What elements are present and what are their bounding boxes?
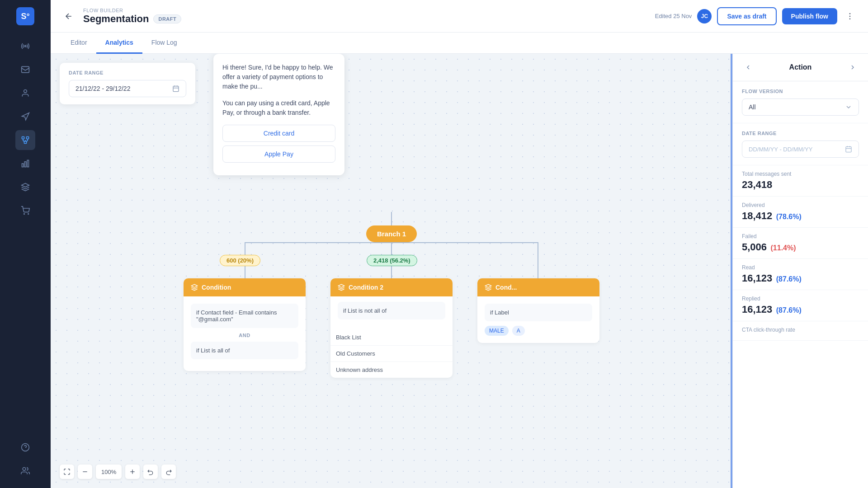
svg-rect-24 [846, 147, 851, 152]
stat-failed-label: Failed [742, 233, 859, 239]
stat-read-label: Read [742, 264, 859, 271]
svg-point-15 [849, 15, 851, 17]
condition-2-header[interactable]: Condition 2 [330, 278, 453, 296]
stat-replied-value: 16,123 [742, 304, 772, 315]
flow-version-label: FLOW VERSION [742, 89, 859, 94]
stat-replied-pct: (87.6%) [776, 306, 802, 314]
condition-3-header[interactable]: Cond... [477, 278, 599, 296]
tab-flow-log[interactable]: Flow Log [142, 33, 186, 54]
condition-card-1: Condition if Contact field - Email conta… [184, 278, 306, 371]
tab-analytics[interactable]: Analytics [96, 33, 142, 54]
zoom-level: 100% [96, 465, 122, 479]
draft-badge: DRAFT [153, 14, 181, 23]
list-item-unknown-address: Unknown address [330, 362, 453, 378]
more-options-button[interactable] [843, 9, 857, 23]
credit-card-button[interactable]: Credit card [222, 125, 335, 142]
stat-cta: CTA click-through rate [733, 321, 868, 341]
svg-rect-17 [173, 86, 179, 92]
header-actions: Edited 25 Nov JC Save as draft Publish f… [655, 7, 857, 25]
svg-point-2 [24, 90, 27, 93]
undo-button[interactable] [143, 465, 158, 479]
sidebar-bottom [15, 437, 35, 481]
a-tag: A [512, 326, 525, 336]
canvas-toolbar: 100% [60, 465, 176, 479]
stat-failed: Failed 5,006 (11.4%) [733, 228, 868, 259]
condition-3-rule: if Label [485, 304, 592, 321]
svg-point-10 [28, 214, 29, 215]
sidebar-item-ecommerce[interactable] [15, 201, 35, 221]
svg-rect-8 [27, 160, 28, 167]
redo-button[interactable] [161, 465, 176, 479]
and-divider: AND [191, 333, 298, 338]
sidebar-item-integrations[interactable] [15, 177, 35, 197]
panel-prev-button[interactable] [742, 61, 755, 74]
stat-read-value: 16,123 [742, 272, 772, 284]
publish-button[interactable]: Publish flow [782, 8, 837, 24]
apple-pay-button[interactable]: Apple Pay [222, 145, 335, 163]
svg-rect-6 [22, 164, 24, 167]
header-title-section: FLOW BUILDER Segmentation DRAFT [83, 8, 648, 25]
panel-date-label: DATE RANGE [742, 131, 859, 136]
stat-delivered-label: Delivered [742, 202, 859, 208]
sidebar-item-help[interactable] [15, 437, 35, 457]
stat-delivered-pct: (78.6%) [776, 213, 802, 221]
zoom-in-button[interactable] [125, 465, 140, 479]
sidebar-item-broadcast[interactable] [15, 36, 35, 56]
canvas-area: DATE RANGE 21/12/22 - 29/12/22 Hi there!… [51, 54, 732, 488]
stat-failed-pct: (11.4%) [771, 244, 796, 252]
svg-rect-7 [24, 162, 26, 167]
tab-editor[interactable]: Editor [61, 33, 96, 54]
flow-version-select[interactable]: All [742, 99, 859, 116]
list-item-old-customers: Old Customers [330, 346, 453, 362]
condition-1-header[interactable]: Condition [184, 278, 306, 296]
chat-text-1: Hi there! Sure, I'd be happy to help. We… [222, 63, 335, 91]
panel-title: Action [789, 63, 812, 71]
fullscreen-button[interactable] [60, 465, 74, 479]
save-draft-button[interactable]: Save as draft [717, 7, 776, 25]
branch-node[interactable]: Branch 1 [366, 225, 417, 242]
chat-bubble: Hi there! Sure, I'd be happy to help. We… [213, 54, 344, 175]
date-range-input[interactable]: 21/12/22 - 29/12/22 [69, 80, 186, 97]
svg-point-14 [849, 13, 851, 14]
condition-card-2: Condition 2 if List is not all of Black … [330, 278, 453, 378]
stat-replied: Replied 16,123 (87.6%) [733, 290, 868, 321]
stat-cta-label: CTA click-through rate [742, 327, 859, 333]
zoom-out-button[interactable] [78, 465, 92, 479]
sidebar-item-team[interactable] [15, 461, 35, 481]
sidebar-item-inbox[interactable] [15, 60, 35, 80]
stat-failed-value: 5,006 [742, 241, 767, 253]
condition-card-3: Cond... if Label MALE A [477, 278, 599, 343]
svg-rect-1 [22, 66, 29, 72]
sidebar-item-flows[interactable] [15, 130, 35, 150]
header: FLOW BUILDER Segmentation DRAFT Edited 2… [51, 0, 868, 33]
panel-date-section: DATE RANGE DD/MM/YY - DD/MM/YY [733, 123, 868, 165]
date-filter: DATE RANGE 21/12/22 - 29/12/22 [60, 63, 195, 104]
sidebar: S° [0, 0, 51, 488]
svg-point-0 [24, 45, 26, 47]
condition-1-rule-2: if List is all of [191, 342, 298, 359]
right-panel: Action FLOW VERSION All DATE RANGE DD/MM… [732, 54, 868, 488]
male-tag: MALE [485, 326, 509, 336]
condition-1-rule-1: if Contact field - Email contains "@gmai… [191, 304, 298, 328]
sidebar-item-contacts[interactable] [15, 83, 35, 103]
svg-point-9 [24, 214, 25, 215]
panel-date-input[interactable]: DD/MM/YY - DD/MM/YY [742, 141, 859, 158]
panel-header: Action [733, 54, 868, 81]
page-title: Segmentation [83, 13, 149, 25]
stat-total-value: 23,418 [742, 179, 772, 190]
stat-delivered-value: 18,412 [742, 210, 772, 221]
branch-badge-2: 2,418 (56.2%) [367, 255, 417, 270]
svg-rect-3 [22, 137, 24, 139]
edited-label: Edited 25 Nov [655, 13, 692, 19]
svg-rect-4 [27, 137, 29, 139]
branch-badge-1: 600 (20%) [220, 255, 260, 270]
panel-next-button[interactable] [846, 61, 859, 74]
app-logo[interactable]: S° [16, 7, 34, 25]
main-content: FLOW BUILDER Segmentation DRAFT Edited 2… [51, 0, 868, 488]
sidebar-item-analytics[interactable] [15, 154, 35, 174]
stat-read-pct: (87.6%) [776, 275, 802, 283]
chat-text-2: You can pay using a credit card, Apple P… [222, 99, 335, 117]
stat-total-label: Total messages sent [742, 171, 859, 177]
sidebar-item-campaigns[interactable] [15, 107, 35, 127]
back-button[interactable] [61, 9, 76, 23]
